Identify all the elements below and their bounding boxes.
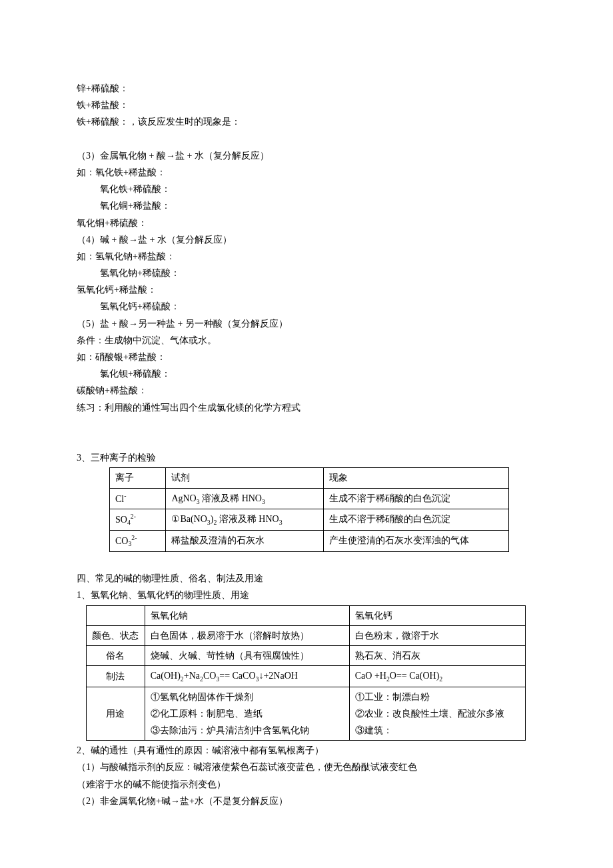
text-line: 铁+稀硫酸：，该反应发生时的现象是：: [77, 113, 536, 130]
text-line: 条件：生成物中沉淀、气体或水。: [77, 332, 536, 349]
table-cell: 烧碱、火碱、苛性钠（具有强腐蚀性）: [145, 646, 349, 666]
table-cell: 俗名: [87, 646, 145, 666]
text-line: （4）碱 + 酸→盐 + 水（复分解反应）: [77, 231, 536, 248]
table-cell: SO42-: [110, 509, 166, 530]
text-line: 碳酸钠+稀盐酸：: [77, 382, 536, 399]
table-row: 离子 试剂 现象: [110, 468, 509, 488]
table-cell: 制法: [87, 666, 145, 687]
table-row: 颜色、状态 白色固体，极易溶于水（溶解时放热） 白色粉末，微溶于水: [87, 625, 526, 645]
text-line: 氧化铁+稀硫酸：: [77, 181, 536, 197]
table-cell: CaO +H2O== Ca(OH)2: [349, 666, 525, 687]
ion-test-table: 离子 试剂 现象 Cl- AgNO3 溶液及稀 HNO3 生成不溶于稀硝酸的白色…: [109, 467, 509, 552]
list-item: ③建筑：: [355, 722, 520, 739]
text-line: 氢氧化钙+稀硫酸：: [77, 298, 536, 315]
table-row: 俗名 烧碱、火碱、苛性钠（具有强腐蚀性） 熟石灰、消石灰: [87, 646, 526, 666]
base-properties-table: 氢氧化钠 氢氧化钙 颜色、状态 白色固体，极易溶于水（溶解时放热） 白色粉末，微…: [86, 605, 526, 741]
text-line: （5）盐 + 酸→另一种盐 + 另一种酸（复分解反应）: [77, 315, 536, 332]
table-cell: AgNO3 溶液及稀 HNO3: [166, 488, 324, 509]
table-row: CO32- 稀盐酸及澄清的石灰水 产生使澄清的石灰水变浑浊的气体: [110, 531, 509, 552]
text-line: 如：氢氧化钠+稀盐酸：: [77, 248, 536, 265]
section-subheading: 2、碱的通性（具有通性的原因：碱溶液中都有氢氧根离子）: [77, 742, 536, 759]
list-item: ②化工原料：制肥皂、造纸: [151, 705, 344, 722]
table-cell: Cl-: [110, 488, 166, 509]
table-header: 氢氧化钙: [349, 605, 525, 625]
section-subheading: 1、氢氧化钠、氢氧化钙的物理性质、用途: [77, 587, 536, 603]
text-line: （3）金属氧化物 + 酸→盐 + 水（复分解反应）: [77, 147, 536, 164]
table-cell: 用途: [87, 687, 145, 741]
text-line: 氧化铜+稀硫酸：: [77, 215, 536, 231]
text-line: 氧化铜+稀盐酸：: [77, 197, 536, 214]
list-item: ①氢氧化钠固体作干燥剂: [151, 689, 344, 705]
text-line: 铁+稀盐酸：: [77, 97, 536, 113]
table-cell: CO32-: [110, 531, 166, 552]
table-cell: 熟石灰、消石灰: [349, 646, 525, 666]
table-cell: 稀盐酸及澄清的石灰水: [166, 531, 324, 552]
table-cell: 白色粉末，微溶于水: [349, 625, 525, 645]
text-line: （难溶于水的碱不能使指示剂变色）: [77, 776, 536, 793]
table-cell: 产生使澄清的石灰水变浑浊的气体: [324, 531, 509, 552]
text-line: 如：氧化铁+稀盐酸：: [77, 164, 536, 181]
text-line: 氢氧化钠+稀硫酸：: [77, 265, 536, 281]
table-header: 离子: [110, 468, 166, 488]
table-row: 制法 Ca(OH)2+Na2CO3== CaCO3↓+2NaOH CaO +H2…: [87, 666, 526, 687]
text-line: 如：硝酸银+稀盐酸：: [77, 349, 536, 365]
table-cell: Ca(OH)2+Na2CO3== CaCO3↓+2NaOH: [145, 666, 349, 687]
section-heading: 3、三种离子的检验: [77, 449, 536, 466]
table-row: SO42- ①Ba(NO3)2 溶液及稀 HNO3 生成不溶于稀硝酸的白色沉淀: [110, 509, 509, 530]
text-line: 练习：利用酸的通性写出四个生成氯化镁的化学方程式: [77, 399, 536, 416]
text-line: 氢氧化钙+稀盐酸：: [77, 281, 536, 298]
list-item: ②农业：改良酸性土壤、配波尔多液: [355, 705, 520, 722]
table-row: Cl- AgNO3 溶液及稀 HNO3 生成不溶于稀硝酸的白色沉淀: [110, 488, 509, 509]
text-line: 氯化钡+稀硫酸：: [77, 365, 536, 382]
table-row: 用途 ①氢氧化钠固体作干燥剂 ②化工原料：制肥皂、造纸 ③去除油污：炉具清洁剂中…: [87, 687, 526, 741]
table-header: 试剂: [166, 468, 324, 488]
text-line: （1）与酸碱指示剂的反应：碱溶液使紫色石蕊试液变蓝色，使无色酚酞试液变红色: [77, 759, 536, 775]
table-header: 现象: [324, 468, 509, 488]
table-cell: [87, 605, 145, 625]
text-line: 锌+稀硫酸：: [77, 80, 536, 97]
table-cell: 白色固体，极易溶于水（溶解时放热）: [145, 625, 349, 645]
table-row: 氢氧化钠 氢氧化钙: [87, 605, 526, 625]
table-cell: ①Ba(NO3)2 溶液及稀 HNO3: [166, 509, 324, 530]
section-heading: 四、常见的碱的物理性质、俗名、制法及用途: [77, 570, 536, 587]
table-header: 氢氧化钠: [145, 605, 349, 625]
table-cell: 生成不溶于稀硝酸的白色沉淀: [324, 488, 509, 509]
list-item: ①工业：制漂白粉: [355, 689, 520, 705]
table-cell: 颜色、状态: [87, 625, 145, 645]
list-item: ③去除油污：炉具清洁剂中含氢氧化钠: [151, 722, 344, 739]
text-line: （2）非金属氧化物+碱→盐+水（不是复分解反应）: [77, 793, 536, 809]
table-cell: 生成不溶于稀硝酸的白色沉淀: [324, 509, 509, 530]
table-cell: ①氢氧化钠固体作干燥剂 ②化工原料：制肥皂、造纸 ③去除油污：炉具清洁剂中含氢氧…: [145, 687, 349, 741]
table-cell: ①工业：制漂白粉 ②农业：改良酸性土壤、配波尔多液 ③建筑：: [349, 687, 525, 741]
